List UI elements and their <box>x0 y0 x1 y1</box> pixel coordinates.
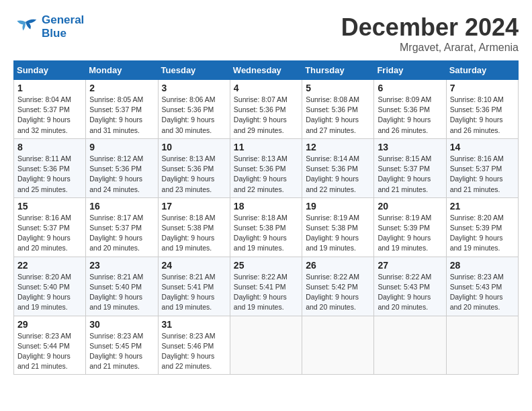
day-number: 9 <box>89 142 154 152</box>
day-number: 14 <box>450 142 515 152</box>
weekday-header-sunday: Sunday <box>14 61 86 80</box>
logo-text: General Blue <box>42 13 84 40</box>
day-number: 18 <box>234 201 298 212</box>
calendar-cell: 3 Sunrise: 8:06 AM Sunset: 5:36 PM Dayli… <box>158 80 230 139</box>
day-number: 19 <box>306 201 370 212</box>
calendar-cell: 20 Sunrise: 8:19 AM Sunset: 5:39 PM Dayl… <box>374 197 446 257</box>
logo: General Blue <box>13 13 84 40</box>
calendar-cell: 28 Sunrise: 8:23 AM Sunset: 5:43 PM Dayl… <box>446 257 518 316</box>
calendar-cell: 12 Sunrise: 8:14 AM Sunset: 5:36 PM Dayl… <box>302 138 374 197</box>
day-info: Sunrise: 8:04 AM Sunset: 5:37 PM Dayligh… <box>17 95 82 136</box>
day-number: 20 <box>378 201 442 212</box>
month-title: December 2024 <box>341 13 519 42</box>
day-info: Sunrise: 8:19 AM Sunset: 5:38 PM Dayligh… <box>306 213 370 254</box>
day-info: Sunrise: 8:07 AM Sunset: 5:36 PM Dayligh… <box>234 95 298 136</box>
weekday-header-monday: Monday <box>86 61 158 80</box>
day-number: 16 <box>89 201 154 212</box>
day-number: 6 <box>378 83 442 93</box>
day-number: 12 <box>306 142 370 152</box>
calendar-cell: 10 Sunrise: 8:13 AM Sunset: 5:36 PM Dayl… <box>158 138 230 197</box>
weekday-header-friday: Friday <box>374 61 446 80</box>
day-number: 11 <box>234 142 298 152</box>
calendar-cell: 8 Sunrise: 8:11 AM Sunset: 5:36 PM Dayli… <box>14 138 86 197</box>
calendar-cell: 31 Sunrise: 8:23 AM Sunset: 5:46 PM Dayl… <box>158 316 230 375</box>
day-info: Sunrise: 8:11 AM Sunset: 5:36 PM Dayligh… <box>17 154 82 195</box>
calendar-cell: 19 Sunrise: 8:19 AM Sunset: 5:38 PM Dayl… <box>302 197 374 257</box>
day-info: Sunrise: 8:18 AM Sunset: 5:38 PM Dayligh… <box>162 213 226 254</box>
calendar-cell: 23 Sunrise: 8:21 AM Sunset: 5:40 PM Dayl… <box>86 257 158 316</box>
calendar-cell <box>446 316 518 375</box>
day-info: Sunrise: 8:18 AM Sunset: 5:38 PM Dayligh… <box>234 213 298 254</box>
calendar-cell: 6 Sunrise: 8:09 AM Sunset: 5:36 PM Dayli… <box>374 80 446 139</box>
day-number: 22 <box>17 260 82 271</box>
calendar-cell <box>230 316 302 375</box>
weekday-header-wednesday: Wednesday <box>230 61 302 80</box>
day-info: Sunrise: 8:16 AM Sunset: 5:37 PM Dayligh… <box>17 213 82 254</box>
day-info: Sunrise: 8:23 AM Sunset: 5:46 PM Dayligh… <box>162 331 226 372</box>
page-header: General Blue December 2024 Mrgavet, Arar… <box>13 13 519 54</box>
day-number: 7 <box>450 83 515 93</box>
day-info: Sunrise: 8:16 AM Sunset: 5:37 PM Dayligh… <box>450 154 515 195</box>
day-number: 8 <box>17 142 82 152</box>
day-info: Sunrise: 8:14 AM Sunset: 5:36 PM Dayligh… <box>306 154 370 195</box>
weekday-header-saturday: Saturday <box>446 61 518 80</box>
day-info: Sunrise: 8:21 AM Sunset: 5:41 PM Dayligh… <box>162 272 226 313</box>
location-subtitle: Mrgavet, Ararat, Armenia <box>341 42 519 54</box>
day-info: Sunrise: 8:06 AM Sunset: 5:36 PM Dayligh… <box>162 95 226 136</box>
day-number: 5 <box>306 83 370 93</box>
day-number: 25 <box>234 260 298 271</box>
day-number: 27 <box>378 260 442 271</box>
calendar-cell: 18 Sunrise: 8:18 AM Sunset: 5:38 PM Dayl… <box>230 197 302 257</box>
day-info: Sunrise: 8:13 AM Sunset: 5:36 PM Dayligh… <box>234 154 298 195</box>
day-number: 10 <box>162 142 226 152</box>
day-number: 13 <box>378 142 442 152</box>
calendar-cell: 29 Sunrise: 8:23 AM Sunset: 5:44 PM Dayl… <box>14 316 86 375</box>
day-info: Sunrise: 8:12 AM Sunset: 5:36 PM Dayligh… <box>89 154 154 195</box>
calendar-cell: 21 Sunrise: 8:20 AM Sunset: 5:39 PM Dayl… <box>446 197 518 257</box>
day-info: Sunrise: 8:17 AM Sunset: 5:37 PM Dayligh… <box>89 213 154 254</box>
calendar-cell: 27 Sunrise: 8:22 AM Sunset: 5:43 PM Dayl… <box>374 257 446 316</box>
day-info: Sunrise: 8:20 AM Sunset: 5:40 PM Dayligh… <box>17 272 82 313</box>
calendar-cell: 7 Sunrise: 8:10 AM Sunset: 5:36 PM Dayli… <box>446 80 518 139</box>
day-info: Sunrise: 8:22 AM Sunset: 5:43 PM Dayligh… <box>378 272 442 313</box>
day-info: Sunrise: 8:22 AM Sunset: 5:41 PM Dayligh… <box>234 272 298 313</box>
day-number: 21 <box>450 201 515 212</box>
calendar-cell: 24 Sunrise: 8:21 AM Sunset: 5:41 PM Dayl… <box>158 257 230 316</box>
title-block: December 2024 Mrgavet, Ararat, Armenia <box>341 13 519 54</box>
day-info: Sunrise: 8:22 AM Sunset: 5:42 PM Dayligh… <box>306 272 370 313</box>
day-number: 31 <box>162 319 226 330</box>
day-info: Sunrise: 8:05 AM Sunset: 5:37 PM Dayligh… <box>89 95 154 136</box>
day-number: 28 <box>450 260 515 271</box>
weekday-header-thursday: Thursday <box>302 61 374 80</box>
day-info: Sunrise: 8:21 AM Sunset: 5:40 PM Dayligh… <box>89 272 154 313</box>
day-info: Sunrise: 8:19 AM Sunset: 5:39 PM Dayligh… <box>378 213 442 254</box>
day-number: 3 <box>162 83 226 93</box>
calendar-cell: 17 Sunrise: 8:18 AM Sunset: 5:38 PM Dayl… <box>158 197 230 257</box>
day-info: Sunrise: 8:23 AM Sunset: 5:43 PM Dayligh… <box>450 272 515 313</box>
calendar-cell: 22 Sunrise: 8:20 AM Sunset: 5:40 PM Dayl… <box>14 257 86 316</box>
day-info: Sunrise: 8:23 AM Sunset: 5:44 PM Dayligh… <box>17 331 82 372</box>
logo-icon <box>13 17 38 37</box>
calendar-cell: 13 Sunrise: 8:15 AM Sunset: 5:37 PM Dayl… <box>374 138 446 197</box>
day-info: Sunrise: 8:08 AM Sunset: 5:36 PM Dayligh… <box>306 95 370 136</box>
day-info: Sunrise: 8:09 AM Sunset: 5:36 PM Dayligh… <box>378 95 442 136</box>
day-number: 29 <box>17 319 82 330</box>
day-number: 30 <box>89 319 154 330</box>
day-info: Sunrise: 8:23 AM Sunset: 5:45 PM Dayligh… <box>89 331 154 372</box>
day-number: 2 <box>89 83 154 93</box>
calendar-cell: 9 Sunrise: 8:12 AM Sunset: 5:36 PM Dayli… <box>86 138 158 197</box>
day-info: Sunrise: 8:10 AM Sunset: 5:36 PM Dayligh… <box>450 95 515 136</box>
calendar-cell: 4 Sunrise: 8:07 AM Sunset: 5:36 PM Dayli… <box>230 80 302 139</box>
calendar-cell: 26 Sunrise: 8:22 AM Sunset: 5:42 PM Dayl… <box>302 257 374 316</box>
day-number: 4 <box>234 83 298 93</box>
day-info: Sunrise: 8:15 AM Sunset: 5:37 PM Dayligh… <box>378 154 442 195</box>
calendar-cell: 1 Sunrise: 8:04 AM Sunset: 5:37 PM Dayli… <box>14 80 86 139</box>
day-number: 24 <box>162 260 226 271</box>
day-number: 23 <box>89 260 154 271</box>
calendar-cell <box>374 316 446 375</box>
calendar-cell: 5 Sunrise: 8:08 AM Sunset: 5:36 PM Dayli… <box>302 80 374 139</box>
day-number: 26 <box>306 260 370 271</box>
calendar-cell: 14 Sunrise: 8:16 AM Sunset: 5:37 PM Dayl… <box>446 138 518 197</box>
calendar-cell <box>302 316 374 375</box>
weekday-header-tuesday: Tuesday <box>158 61 230 80</box>
